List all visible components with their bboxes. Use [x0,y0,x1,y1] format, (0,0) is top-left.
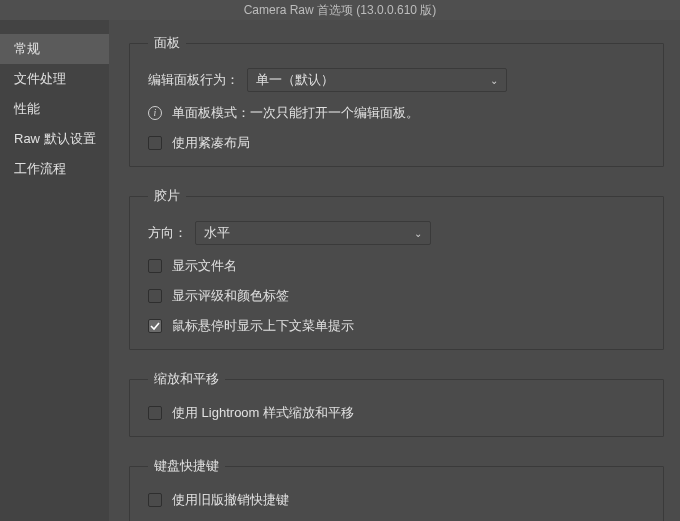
group-panel: 面板 编辑面板行为： 单一（默认） ⌄ i 单面板模式：一次只能打开一个编辑面板… [129,34,664,167]
sidebar-item-performance[interactable]: 性能 [0,94,109,124]
orientation-select[interactable]: 水平 ⌄ [195,221,431,245]
group-filmstrip-title: 胶片 [148,187,186,205]
sidebar-item-workflow[interactable]: 工作流程 [0,154,109,184]
compact-layout-label: 使用紧凑布局 [172,134,250,152]
legacy-undo-checkbox[interactable] [148,493,162,507]
edit-behavior-select[interactable]: 单一（默认） ⌄ [247,68,507,92]
info-icon: i [148,106,162,120]
show-filenames-checkbox[interactable] [148,259,162,273]
group-panel-title: 面板 [148,34,186,52]
panel-info-text: 单面板模式：一次只能打开一个编辑面板。 [172,104,419,122]
group-zoom-pan: 缩放和平移 使用 Lightroom 样式缩放和平移 [129,370,664,437]
context-prompt-checkbox[interactable] [148,319,162,333]
group-filmstrip: 胶片 方向： 水平 ⌄ 显示文件名 显示评级和颜色标签 [129,187,664,350]
content-area: 面板 编辑面板行为： 单一（默认） ⌄ i 单面板模式：一次只能打开一个编辑面板… [109,20,680,521]
show-ratings-checkbox[interactable] [148,289,162,303]
edit-behavior-label: 编辑面板行为： [148,71,239,89]
sidebar-item-raw-defaults[interactable]: Raw 默认设置 [0,124,109,154]
edit-behavior-value: 单一（默认） [256,71,334,89]
orientation-value: 水平 [204,224,230,242]
show-filenames-label: 显示文件名 [172,257,237,275]
compact-layout-checkbox[interactable] [148,136,162,150]
legacy-undo-label: 使用旧版撤销快捷键 [172,491,289,509]
lightroom-zoom-checkbox[interactable] [148,406,162,420]
group-keyboard-title: 键盘快捷键 [148,457,225,475]
chevron-down-icon: ⌄ [414,228,422,239]
main-container: 常规 文件处理 性能 Raw 默认设置 工作流程 面板 编辑面板行为： 单一（默… [0,20,680,521]
show-ratings-label: 显示评级和颜色标签 [172,287,289,305]
sidebar: 常规 文件处理 性能 Raw 默认设置 工作流程 [0,20,109,521]
context-prompt-label: 鼠标悬停时显示上下文菜单提示 [172,317,354,335]
orientation-label: 方向： [148,224,187,242]
sidebar-item-general[interactable]: 常规 [0,34,109,64]
chevron-down-icon: ⌄ [490,75,498,86]
group-zoom-pan-title: 缩放和平移 [148,370,225,388]
group-keyboard: 键盘快捷键 使用旧版撤销快捷键 [129,457,664,521]
lightroom-zoom-label: 使用 Lightroom 样式缩放和平移 [172,404,354,422]
window-title: Camera Raw 首选项 (13.0.0.610 版) [0,0,680,20]
sidebar-item-file-handling[interactable]: 文件处理 [0,64,109,94]
